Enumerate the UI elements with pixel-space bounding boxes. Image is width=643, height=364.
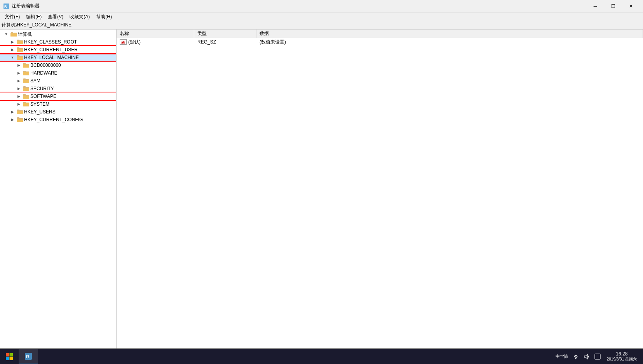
right-panel-header: 名称 类型 数据 (117, 30, 643, 38)
expand-security[interactable]: ▶ (16, 85, 22, 92)
expand-hkey-current-config[interactable]: ▶ (9, 117, 16, 123)
svg-rect-15 (23, 64, 29, 68)
notification-tray[interactable] (593, 349, 602, 364)
tree-item-hardware[interactable]: ▶ HARDWARE (0, 69, 116, 77)
svg-rect-12 (17, 57, 23, 60)
expand-computer[interactable]: ▼ (3, 31, 9, 37)
tree-item-hkey-current-config[interactable]: ▶ HKEY_CURRENT_CONFIG (0, 116, 116, 124)
expand-hardware[interactable]: ▶ (16, 70, 22, 76)
tree-item-hkey-local-machine[interactable]: ▼ HKEY_LOCAL_MACHINE (0, 54, 116, 61)
menu-view[interactable]: 查看(V) (45, 13, 66, 21)
tree-panel[interactable]: ▼ 计算机 ▶ HKEY_CLASSES_ROOT ▶ HKEY_CURRENT… (0, 30, 117, 348)
clock-time: 16:28 (616, 351, 627, 357)
svg-rect-19 (23, 71, 26, 72)
menu-help[interactable]: 帮助(H) (93, 13, 115, 21)
restore-button[interactable]: ❐ (604, 0, 622, 12)
volume-tray[interactable] (582, 349, 591, 364)
window-controls: ─ ❐ ✕ (586, 0, 640, 12)
close-button[interactable]: ✕ (622, 0, 640, 12)
folder-icon-bcd00000000 (23, 63, 29, 68)
tree-label-hkey-classes-root: HKEY_CLASSES_ROOT (24, 39, 77, 45)
folder-icon-hkey-users (17, 109, 23, 115)
svg-rect-22 (23, 78, 26, 80)
svg-rect-16 (23, 63, 26, 64)
cell-name-label: (默认) (128, 39, 141, 45)
ab-icon: ab (120, 39, 127, 45)
title-bar: R 注册表编辑器 ─ ❐ ✕ (0, 0, 643, 12)
start-button[interactable] (0, 349, 19, 364)
tree-item-hkey-classes-root[interactable]: ▶ HKEY_CLASSES_ROOT (0, 38, 116, 46)
tree-label-sam: SAM (30, 78, 40, 84)
expand-bcd00000000[interactable]: ▶ (16, 62, 22, 68)
col-header-name[interactable]: 名称 (117, 30, 194, 38)
menu-bar: 文件(F) 编辑(E) 查看(V) 收藏夹(A) 帮助(H) (0, 12, 643, 21)
svg-rect-10 (17, 47, 19, 49)
col-header-data-label: 数据 (260, 30, 269, 37)
svg-rect-13 (17, 55, 19, 56)
cell-data: (数值未设置) (256, 38, 643, 46)
svg-rect-9 (17, 49, 23, 52)
svg-rect-34 (17, 110, 19, 111)
title-bar-left: R 注册表编辑器 (3, 3, 40, 9)
tree-item-system[interactable]: ▶ SYSTEM (0, 100, 116, 108)
cell-type-label: REG_SZ (197, 39, 216, 45)
folder-icon-hkey-current-user (17, 47, 23, 52)
folder-icon-software (23, 94, 29, 99)
notification-icon (594, 354, 601, 360)
folder-icon-sam (23, 78, 29, 84)
svg-marker-45 (584, 354, 587, 359)
ime-tray[interactable]: 中⁺⁹简 (554, 349, 570, 364)
folder-icon-system (23, 101, 29, 107)
svg-rect-30 (23, 103, 29, 106)
tree-item-computer[interactable]: ▼ 计算机 (0, 30, 116, 38)
minimize-button[interactable]: ─ (586, 0, 604, 12)
address-bar: 计算机\HKEY_LOCAL_MACHINE (0, 21, 643, 30)
col-header-data[interactable]: 数据 (256, 30, 643, 38)
table-row[interactable]: ab (默认) REG_SZ (数值未设置) (117, 38, 643, 46)
svg-rect-21 (23, 80, 29, 83)
tree-label-bcd00000000: BCD00000000 (30, 63, 61, 68)
tree-item-hkey-users[interactable]: ▶ HKEY_USERS (0, 108, 116, 116)
svg-rect-33 (17, 111, 23, 114)
expand-hkey-current-user[interactable]: ▶ (9, 47, 16, 53)
menu-edit[interactable]: 编辑(E) (23, 13, 45, 21)
volume-icon (584, 354, 590, 360)
expand-hkey-users[interactable]: ▶ (9, 109, 16, 115)
menu-favorites[interactable]: 收藏夹(A) (66, 13, 93, 21)
svg-rect-41 (10, 357, 13, 360)
taskbar-app-icon-registry: R (24, 352, 32, 360)
col-header-type[interactable]: 类型 (194, 30, 256, 38)
expand-system[interactable]: ▶ (16, 101, 22, 107)
tree-item-security[interactable]: ▶ SECURITY (0, 85, 116, 92)
expand-hkey-classes-root[interactable]: ▶ (9, 39, 16, 45)
folder-icon-hkey-current-config (17, 117, 23, 122)
expand-sam[interactable]: ▶ (16, 78, 22, 84)
expand-hkey-local-machine[interactable]: ▼ (9, 54, 16, 61)
tree-label-hkey-current-config: HKEY_CURRENT_CONFIG (24, 117, 83, 122)
tree-item-bcd00000000[interactable]: ▶ BCD00000000 (0, 61, 116, 69)
svg-text:R: R (26, 354, 29, 359)
tree-label-hkey-current-user: HKEY_CURRENT_USER (24, 47, 78, 52)
svg-rect-18 (23, 72, 29, 75)
network-icon (573, 354, 579, 360)
svg-rect-27 (23, 96, 29, 99)
right-panel[interactable]: 名称 类型 数据 ab (默认) REG_SZ (数值未设置) (117, 30, 643, 348)
svg-rect-38 (6, 353, 9, 357)
tree-label-hkey-users: HKEY_USERS (24, 109, 56, 115)
network-tray[interactable] (571, 349, 580, 364)
cell-name: ab (默认) (117, 38, 194, 46)
expand-software[interactable]: ▶ (16, 93, 22, 99)
tree-item-software[interactable]: ▶ SOFTWAPE (0, 92, 116, 100)
menu-file[interactable]: 文件(F) (2, 13, 23, 21)
tree-label-computer: 计算机 (18, 31, 32, 38)
svg-rect-46 (595, 354, 600, 359)
svg-point-44 (575, 358, 576, 359)
clock-date: 2019/8/31 星期六 (607, 357, 637, 362)
folder-icon-hkey-local-machine (17, 55, 23, 60)
tree-item-sam[interactable]: ▶ SAM (0, 77, 116, 85)
taskbar-app-registry[interactable]: R (19, 349, 38, 364)
svg-rect-7 (17, 40, 19, 41)
tree-item-hkey-current-user[interactable]: ▶ HKEY_CURRENT_USER (0, 46, 116, 54)
taskbar: R 中⁺⁹简 16:28 2019/8/31 星期六 (0, 348, 643, 364)
clock[interactable]: 16:28 2019/8/31 星期六 (604, 349, 640, 364)
